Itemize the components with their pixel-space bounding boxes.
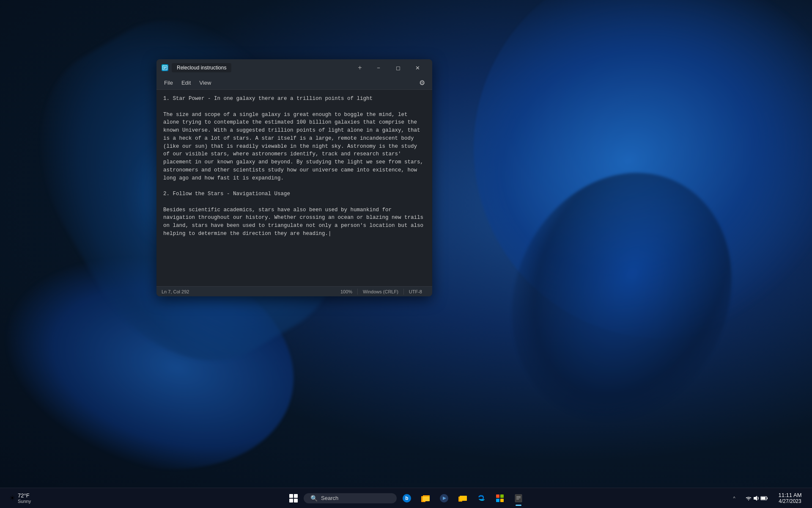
taskbar-left: ☀ 72°F Sunny xyxy=(5,491,35,505)
zoom-level: 100% xyxy=(335,289,357,294)
notepad-taskbar-button[interactable] xyxy=(510,490,527,507)
clock[interactable]: 11:11 AM 4/27/2023 xyxy=(773,490,807,506)
tab-list: Relecloud instructions xyxy=(172,63,351,72)
menu-bar: File Edit View ⚙ xyxy=(156,76,432,90)
weather-temp: 72°F xyxy=(18,492,31,499)
start-button[interactable] xyxy=(285,490,302,507)
line-ending: Windows (CRLF) xyxy=(358,289,403,294)
bing-button[interactable]: b xyxy=(398,490,415,507)
svg-rect-22 xyxy=(515,494,522,502)
file-explorer-button[interactable] xyxy=(417,490,434,507)
search-icon: 🔍 xyxy=(310,495,318,502)
weather-condition: Sunny xyxy=(18,499,31,504)
weather-widget[interactable]: ☀ 72°F Sunny xyxy=(5,491,35,505)
desktop: Relecloud instructions + − ◻ ✕ File Edit… xyxy=(0,0,812,508)
encoding: UTF-8 xyxy=(404,289,427,294)
battery-icon xyxy=(760,495,768,502)
svg-rect-4 xyxy=(289,494,293,498)
close-button[interactable]: ✕ xyxy=(408,61,427,75)
active-tab[interactable]: Relecloud instructions xyxy=(172,63,231,72)
status-bar: Ln 7, Col 292 100% Windows (CRLF) UTF-8 xyxy=(156,286,432,296)
search-label: Search xyxy=(321,495,338,501)
svg-rect-18 xyxy=(496,494,499,498)
system-tray: ^ xyxy=(728,490,807,506)
taskbar-center: 🔍 Search b xyxy=(285,490,527,507)
folders-button[interactable] xyxy=(454,490,471,507)
teams-button[interactable] xyxy=(436,490,453,507)
edge-button[interactable] xyxy=(473,490,490,507)
edit-menu[interactable]: Edit xyxy=(177,78,195,88)
notepad-window: Relecloud instructions + − ◻ ✕ File Edit… xyxy=(156,59,432,296)
tray-overflow[interactable]: ^ xyxy=(728,494,740,502)
clock-date: 4/27/2023 xyxy=(779,498,801,504)
svg-rect-12 xyxy=(423,495,430,497)
svg-rect-21 xyxy=(500,499,504,502)
view-menu[interactable]: View xyxy=(195,78,215,88)
volume-icon xyxy=(753,495,760,502)
weather-info: 72°F Sunny xyxy=(18,492,31,504)
svg-text:b: b xyxy=(405,495,408,501)
svg-rect-5 xyxy=(294,494,298,498)
file-menu[interactable]: File xyxy=(160,78,177,88)
svg-rect-28 xyxy=(761,497,765,500)
svg-rect-6 xyxy=(289,499,293,502)
svg-marker-26 xyxy=(754,496,757,501)
svg-rect-20 xyxy=(496,499,499,502)
store-button[interactable] xyxy=(491,490,508,507)
minimize-button[interactable]: − xyxy=(369,61,388,75)
title-bar: Relecloud instructions + − ◻ ✕ xyxy=(156,59,432,76)
text-content[interactable]: 1. Star Power - In one galaxy there are … xyxy=(156,90,432,286)
notepad-app-icon xyxy=(162,64,168,71)
window-controls: − ◻ ✕ xyxy=(369,61,427,75)
svg-rect-16 xyxy=(460,496,467,501)
cursor-position: Ln 7, Col 292 xyxy=(162,289,194,294)
new-tab-button[interactable]: + xyxy=(354,62,365,73)
maximize-button[interactable]: ◻ xyxy=(388,61,408,75)
chevron-up-icon: ^ xyxy=(732,496,737,501)
svg-rect-19 xyxy=(500,494,504,498)
taskbar: ☀ 72°F Sunny 🔍 Search xyxy=(0,488,812,508)
search-bar[interactable]: 🔍 Search xyxy=(304,493,397,503)
svg-rect-7 xyxy=(294,499,298,502)
weather-icon: ☀ xyxy=(9,494,15,502)
svg-rect-29 xyxy=(767,497,768,499)
tray-icons-group[interactable] xyxy=(742,493,771,503)
network-icon xyxy=(745,495,752,502)
clock-time: 11:11 AM xyxy=(779,492,802,498)
settings-button[interactable]: ⚙ xyxy=(415,77,429,89)
